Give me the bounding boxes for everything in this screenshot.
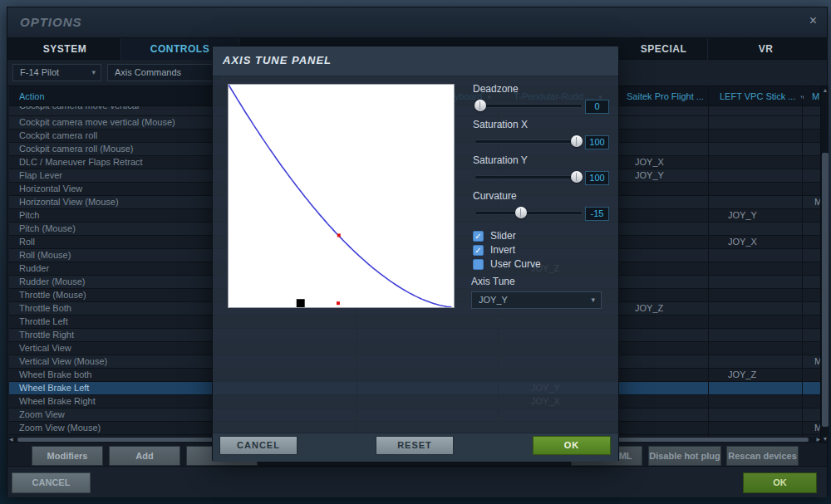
action-cell: Cockpit camera move vertical (Mouse) <box>19 117 175 127</box>
action-cell: DLC / Maneuver Flaps Retract <box>19 157 143 167</box>
profile-select[interactable]: F-14 Pilot ▾ <box>12 64 101 81</box>
desktop-background: OPTIONS × SYSTEM CONTROLS SPECIAL VR F-1… <box>0 0 831 504</box>
axis-select[interactable]: JOY_Y ▾ <box>471 291 602 309</box>
binding-cell: JOY_Z <box>728 369 756 379</box>
tab-special[interactable]: SPECIAL <box>620 38 708 60</box>
dialog-cancel-button[interactable]: CANCEL <box>219 436 297 455</box>
binding-cell: JOY_X <box>635 157 664 167</box>
close-icon[interactable]: × <box>809 13 817 28</box>
response-curve <box>229 85 451 307</box>
action-cell: Horizontal View (Mouse) <box>19 197 119 207</box>
action-cell: Vertical View <box>19 343 71 353</box>
column-header-action: Action <box>19 86 45 106</box>
action-cell: Pitch <box>19 210 39 220</box>
dialog-titlebar: AXIS TUNE PANEL <box>213 46 618 76</box>
binding-cell: M <box>814 356 820 366</box>
slider-label: Saturation Y <box>473 154 528 166</box>
action-cell: Wheel Brake both <box>19 369 91 379</box>
dialog-title: AXIS TUNE PANEL <box>223 54 332 66</box>
action-cell: Rudder (Mouse) <box>19 276 85 286</box>
scroll-down-icon[interactable]: ▼ <box>821 435 829 443</box>
action-cell: Wheel Brake Left <box>19 383 89 393</box>
binding-cell: JOY_Z <box>635 303 663 313</box>
binding-cell: JOY_Y <box>635 170 664 180</box>
vertical-scrollbar-thumb[interactable] <box>822 153 829 427</box>
saturation-x-slider-handle[interactable] <box>571 135 583 147</box>
binding-cell: JOY_X <box>728 237 757 247</box>
chevron-down-icon: ▾ <box>591 292 595 308</box>
disable-hot-plug-button[interactable]: Disable hot plug <box>648 446 721 466</box>
saturation-y-slider-handle[interactable] <box>571 171 583 183</box>
action-cell: Zoom View <box>19 409 65 419</box>
cancel-button[interactable]: CANCEL <box>12 472 91 493</box>
curve-position-marker[interactable] <box>337 233 341 237</box>
curvature-value-input[interactable]: -15 <box>585 207 609 221</box>
column-header-mouse[interactable]: M <box>804 86 820 106</box>
axis-tune-panel-dialog: AXIS TUNE PANEL Deadzone0Saturation X100… <box>212 46 619 461</box>
action-cell: Flap Lever <box>19 170 62 180</box>
vertical-scrollbar[interactable]: ▲ ▼ <box>820 86 829 443</box>
curvature-slider-handle[interactable] <box>515 207 527 218</box>
chevron-down-icon: ▾ <box>91 65 96 81</box>
dialog-ok-button[interactable]: OK <box>533 436 611 455</box>
modifiers-button[interactable]: Modifiers <box>32 446 103 466</box>
curve-drag-handle[interactable] <box>297 299 305 307</box>
saturation-x-slider-track[interactable] <box>475 139 583 144</box>
action-cell: Pitch (Mouse) <box>19 223 76 233</box>
slider-label: Saturation X <box>473 119 528 130</box>
scroll-left-icon[interactable]: ◀ <box>9 437 13 443</box>
invert-checkbox[interactable]: ✓ <box>473 245 484 256</box>
action-cell: Zoom View (Mouse) <box>19 423 101 433</box>
column-header-saitek[interactable]: Saitek Pro Flight ...▾ <box>618 86 708 106</box>
checkbox-label: Slider <box>490 230 516 242</box>
action-cell: Vertical View (Mouse) <box>19 356 107 366</box>
deadzone-value-input[interactable]: 0 <box>585 100 609 114</box>
add-button[interactable]: Add <box>109 446 180 466</box>
dialog-reset-button[interactable]: RESET <box>376 436 454 455</box>
scroll-right-icon[interactable]: ▶ <box>816 437 820 443</box>
action-cell: Cockpit camera roll (Mouse) <box>19 144 134 154</box>
saturation-x-value-input[interactable]: 100 <box>585 135 609 149</box>
tab-vr[interactable]: VR <box>708 38 824 60</box>
axis-response-curve-plot[interactable] <box>228 84 455 308</box>
binding-cell: M <box>814 423 820 433</box>
action-cell: Roll <box>19 237 35 247</box>
window-titlebar: OPTIONS × <box>7 7 827 38</box>
slider-label: Deadzone <box>473 83 519 95</box>
deadzone-slider-handle[interactable] <box>475 100 486 111</box>
curvature-slider-track[interactable] <box>475 211 583 215</box>
saturation-y-slider-track[interactable] <box>475 175 583 179</box>
page-title: OPTIONS <box>20 15 82 29</box>
binding-cell: JOY_Y <box>728 210 757 220</box>
binding-cell: M <box>814 197 820 207</box>
action-cell: Roll (Mouse) <box>19 250 71 260</box>
axis-tune-label: Axis Tune <box>471 276 515 287</box>
user-curve-checkbox[interactable] <box>473 259 484 270</box>
checkbox-label: User Curve <box>490 258 541 270</box>
checkbox-label: Invert <box>490 244 515 256</box>
tab-system[interactable]: SYSTEM <box>9 38 121 60</box>
ok-button[interactable]: OK <box>743 472 817 493</box>
scroll-up-icon[interactable]: ▲ <box>821 86 829 95</box>
category-select[interactable]: Axis Commands <box>107 64 224 81</box>
window-footer <box>7 466 827 497</box>
action-cell: Throttle Left <box>19 316 68 326</box>
action-cell: Throttle Both <box>19 303 71 313</box>
column-header-vpc[interactable]: LEFT VPC Stick ...▾ <box>710 86 804 106</box>
deadzone-slider-track[interactable] <box>475 104 583 108</box>
curve-position-marker[interactable] <box>337 301 340 305</box>
saturation-y-value-input[interactable]: 100 <box>585 171 609 185</box>
slider-checkbox[interactable]: ✓ <box>473 231 484 242</box>
action-cell: Wheel Brake Right <box>19 396 96 406</box>
rescan-devices-button[interactable]: Rescan devices <box>726 446 799 466</box>
action-cell: Throttle (Mouse) <box>19 290 86 300</box>
action-cell: Horizontal View <box>19 183 82 193</box>
action-cell: Throttle Right <box>19 330 74 340</box>
slider-label: Curvature <box>473 190 517 202</box>
action-cell: Rudder <box>19 263 49 273</box>
action-cell: Cockpit camera roll <box>19 130 97 140</box>
